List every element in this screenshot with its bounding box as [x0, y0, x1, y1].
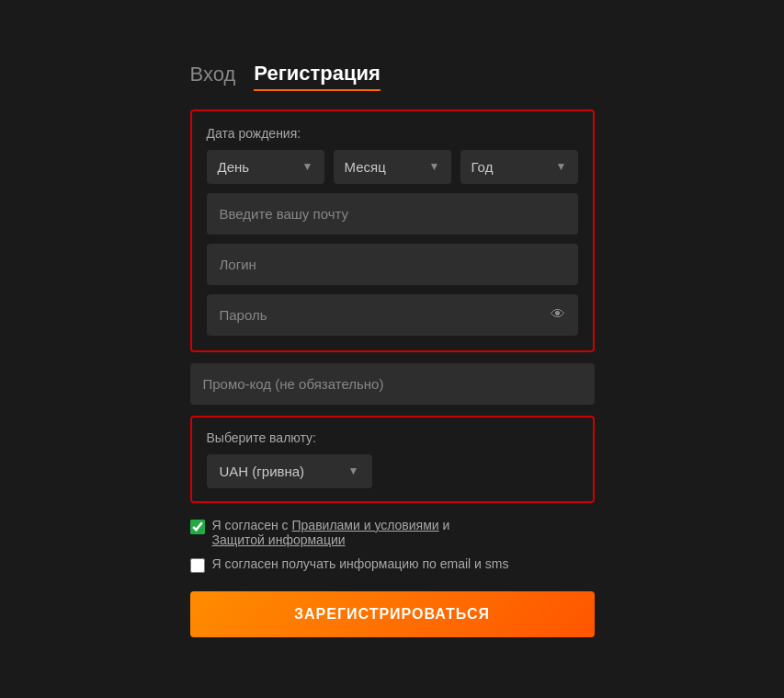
newsletter-row: Я согласен получать информацию по email …: [190, 556, 595, 573]
register-button[interactable]: ЗАРЕГИСТРИРОВАТЬСЯ: [190, 591, 595, 637]
year-dropdown[interactable]: Год ▼: [460, 150, 578, 184]
registration-container: Вход Регистрация Дата рождения: День ▼ М…: [172, 43, 613, 656]
year-chevron-icon: ▼: [556, 160, 567, 173]
password-wrapper: 👁: [207, 294, 578, 336]
email-field[interactable]: [207, 193, 578, 235]
auth-tabs: Вход Регистрация: [190, 62, 595, 91]
day-label: День: [218, 159, 250, 175]
registration-form-section: Дата рождения: День ▼ Месяц ▼ Год ▼ 👁: [190, 109, 595, 352]
dob-label: Дата рождения:: [207, 126, 578, 141]
currency-dropdown[interactable]: UAH (гривна) ▼: [207, 454, 372, 488]
day-chevron-icon: ▼: [302, 160, 313, 173]
tab-register[interactable]: Регистрация: [254, 62, 381, 91]
currency-value: UAH (гривна): [220, 463, 305, 479]
promo-field[interactable]: [190, 363, 595, 405]
currency-chevron-icon: ▼: [348, 464, 359, 477]
tab-login[interactable]: Вход: [190, 63, 236, 90]
month-dropdown[interactable]: Месяц ▼: [334, 150, 451, 184]
month-chevron-icon: ▼: [429, 160, 440, 173]
currency-label: Выберите валюту:: [207, 430, 578, 445]
dob-dropdowns: День ▼ Месяц ▼ Год ▼: [207, 150, 578, 184]
day-dropdown[interactable]: День ▼: [207, 150, 324, 184]
currency-section: Выберите валюту: UAH (гривна) ▼: [190, 416, 595, 503]
privacy-link[interactable]: Защитой информации: [212, 532, 346, 547]
year-label: Год: [472, 159, 494, 175]
agree-terms-row: Я согласен с Правилами и условиями и Защ…: [190, 518, 595, 547]
agree-terms-checkbox[interactable]: [190, 520, 205, 534]
login-field[interactable]: [207, 244, 578, 285]
terms-link[interactable]: Правилами и условиями: [292, 518, 439, 532]
password-field[interactable]: [207, 294, 578, 336]
agree-text: Я согласен с Правилами и условиями и Защ…: [212, 518, 450, 547]
newsletter-text: Я согласен получать информацию по email …: [212, 556, 509, 571]
newsletter-checkbox[interactable]: [190, 558, 205, 573]
month-label: Месяц: [345, 159, 386, 175]
toggle-password-icon[interactable]: 👁: [551, 306, 565, 323]
